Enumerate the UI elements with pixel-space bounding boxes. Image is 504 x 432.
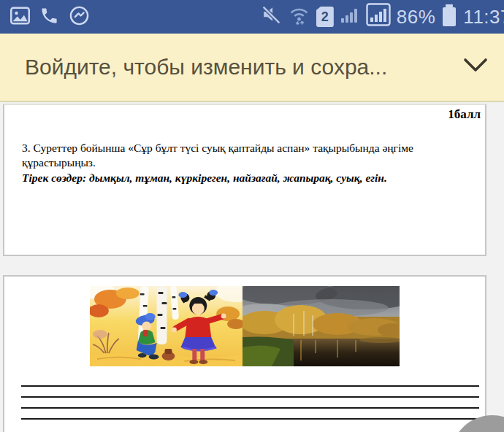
phone-screen: 2 86% 11:37 Войдите, чтобы изменить и со… bbox=[0, 0, 504, 432]
system-indicators: 2 86% 11:37 bbox=[261, 3, 504, 31]
task-images[interactable] bbox=[4, 286, 485, 366]
battery-icon bbox=[443, 7, 456, 26]
task-text: 3. Суреттер бойынша «Сұр бұлт түсі суық … bbox=[22, 141, 476, 171]
clock: 11:37 bbox=[463, 6, 504, 28]
document-area[interactable]: 1балл 3. Суреттер бойынша «Сұр бұлт түсі… bbox=[0, 102, 504, 432]
writing-line bbox=[21, 398, 479, 409]
answer-section[interactable] bbox=[3, 275, 486, 432]
children-autumn-illustration[interactable] bbox=[90, 286, 243, 366]
task-section[interactable]: 1балл 3. Суреттер бойынша «Сұр бұлт түсі… bbox=[3, 104, 486, 256]
wifi-icon bbox=[288, 3, 310, 31]
signin-banner-text: Войдите, чтобы изменить и сохра... bbox=[25, 55, 387, 80]
signin-banner[interactable]: Войдите, чтобы изменить и сохра... bbox=[0, 34, 504, 102]
score-label: 1балл bbox=[4, 105, 485, 122]
keywords-text: Тірек сөздер: дымқыл, тұман, күркіреген,… bbox=[22, 171, 476, 185]
battery-percent: 86% bbox=[397, 6, 436, 28]
writing-line bbox=[21, 387, 479, 398]
writing-line bbox=[21, 376, 479, 387]
phone-icon bbox=[39, 6, 59, 28]
notification-icons bbox=[10, 5, 90, 29]
roaming-signal-icon bbox=[366, 3, 391, 31]
sim-badge: 2 bbox=[316, 7, 334, 27]
gallery-icon bbox=[10, 6, 30, 28]
messenger-icon bbox=[69, 5, 90, 29]
writing-lines bbox=[4, 376, 485, 420]
chevron-down-icon[interactable] bbox=[463, 58, 488, 77]
signal-bars-icon bbox=[340, 4, 360, 30]
writing-line bbox=[21, 409, 479, 420]
autumn-landscape-photo[interactable] bbox=[243, 286, 400, 366]
mute-icon bbox=[261, 4, 282, 30]
status-bar[interactable]: 2 86% 11:37 bbox=[0, 0, 504, 34]
